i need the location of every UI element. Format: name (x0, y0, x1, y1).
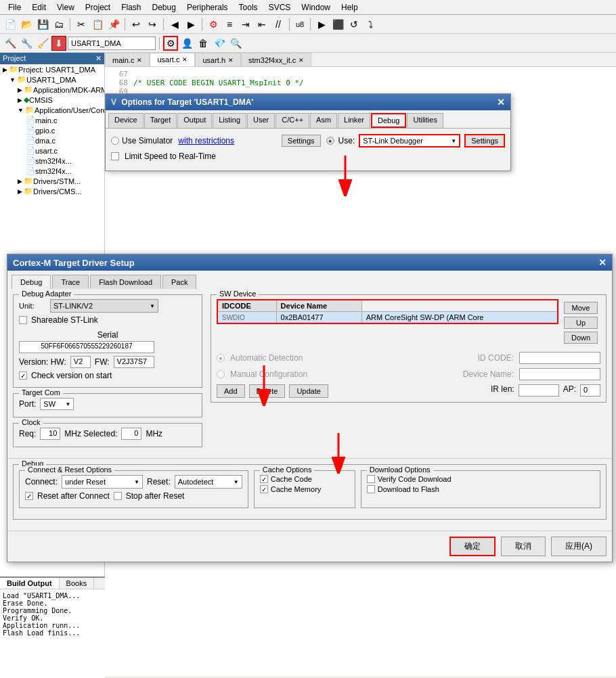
target-settings-btn[interactable]: ⚙ (206, 17, 221, 32)
cortex-tab-pack[interactable]: Pack (162, 275, 196, 289)
stop-after-checkbox[interactable] (114, 492, 122, 500)
unit-dropdown[interactable]: ST-LINK/V2 ▼ (50, 299, 158, 313)
cortex-tab-debug[interactable]: Debug (12, 275, 51, 289)
debug-start-btn[interactable]: ▶ (314, 17, 329, 32)
cortex-close-btn[interactable]: ✕ (598, 257, 607, 268)
ok-btn[interactable]: 确定 (449, 537, 496, 556)
download-btn[interactable]: ⬇ (51, 36, 66, 51)
cortex-tab-trace[interactable]: Trace (52, 275, 89, 289)
port-dropdown[interactable]: SW ▼ (40, 398, 74, 410)
menu-file[interactable]: File (3, 1, 26, 14)
sidebar-item-mdk[interactable]: ▶ 📁 Application/MDK-ARM (0, 85, 104, 95)
simulator-radio-label[interactable]: Use Simulator (111, 136, 173, 145)
copy-btn[interactable]: 📋 (90, 17, 105, 32)
tab-usartc-close[interactable]: ✕ (182, 56, 188, 63)
shareable-checkbox[interactable] (19, 316, 27, 324)
clean-btn[interactable]: 🧹 (35, 36, 50, 51)
align-btn[interactable]: ≡ (222, 17, 237, 32)
tab-mainc[interactable]: main.c ✕ (105, 53, 150, 66)
settings-left-btn[interactable]: Settings (282, 135, 321, 147)
new-file-btn[interactable]: 📄 (3, 17, 18, 32)
manual-config-radio[interactable] (217, 370, 225, 378)
device-name-input[interactable] (519, 368, 600, 380)
sidebar-item-stm32f4x1[interactable]: 📄 stm32f4x... (0, 156, 104, 166)
sidebar-close-icon[interactable]: ✕ (95, 54, 102, 63)
debugger-dropdown[interactable]: ST-Link Debugger ▼ (359, 134, 460, 148)
cache-memory-checkbox[interactable] (260, 485, 268, 493)
indent-btn[interactable]: ⇥ (238, 17, 253, 32)
redo-btn[interactable]: ↪ (145, 17, 160, 32)
menu-edit[interactable]: Edit (26, 1, 51, 14)
tab-usartc[interactable]: usart.c ✕ (150, 53, 195, 66)
cancel-btn[interactable]: 取消 (501, 537, 546, 556)
reset-dropdown[interactable]: Autodetect ▼ (175, 475, 242, 489)
settings-right-btn[interactable]: Settings (464, 134, 505, 148)
reset-btn[interactable]: ↺ (347, 17, 361, 32)
stop-btn[interactable]: ⬛ (330, 17, 345, 32)
menu-flash[interactable]: Flash (116, 1, 146, 14)
project-name-input[interactable] (68, 37, 156, 50)
sidebar-item-dmac[interactable]: 📄 dma.c (0, 135, 104, 145)
sw-table-row[interactable]: SWDIO 0x2BA01477 ARM CoreSight SW-DP (AR… (217, 312, 558, 324)
mem-btn[interactable]: 🔍 (228, 36, 243, 51)
comment-btn[interactable]: // (271, 17, 286, 32)
simulator-radio[interactable] (111, 137, 119, 145)
reset-after-checkbox[interactable] (25, 492, 33, 500)
cache-code-checkbox[interactable] (260, 475, 268, 483)
save-all-btn[interactable]: 🗂 (51, 17, 66, 32)
apply-btn[interactable]: 应用(A) (551, 537, 607, 556)
build-tab-books[interactable]: Books (60, 578, 95, 589)
sidebar-item-drivers-cms[interactable]: ▶ 📁 Drivers/CMS... (0, 186, 104, 196)
verify-code-checkbox[interactable] (367, 475, 375, 483)
delete-btn[interactable]: Delete (249, 384, 286, 398)
auto-detect-radio[interactable] (217, 354, 225, 362)
paste-btn[interactable]: 📌 (106, 17, 121, 32)
menu-tools[interactable]: Tools (234, 1, 263, 14)
connect-dropdown[interactable]: under Reset ▼ (62, 475, 143, 489)
undo-btn[interactable]: ↩ (129, 17, 144, 32)
menu-debug[interactable]: Debug (147, 1, 181, 14)
req-input[interactable]: 10 (40, 428, 60, 440)
chip-btn[interactable]: 💎 (212, 36, 227, 51)
options-tab-linker[interactable]: Linker (338, 113, 370, 128)
move-up-btn[interactable]: Up (564, 317, 598, 329)
load-btn[interactable]: 👤 (179, 36, 194, 51)
tab-mainc-close[interactable]: ✕ (137, 57, 142, 64)
options-tab-debug[interactable]: Debug (371, 113, 406, 128)
cut-btn[interactable]: ✂ (74, 17, 89, 32)
options-tab-target[interactable]: Target (144, 113, 177, 128)
options-tab-output[interactable]: Output (177, 113, 212, 128)
cortex-tab-flashdownload[interactable]: Flash Download (90, 275, 161, 289)
menu-help[interactable]: Help (336, 1, 364, 14)
serial-input[interactable]: 50FF6F066570555229260187 (19, 341, 154, 353)
rebuild-btn[interactable]: 🔧 (19, 36, 34, 51)
options-tab-cpp[interactable]: C/C++ (276, 113, 309, 128)
add-btn[interactable]: Add (217, 384, 245, 398)
config-btn[interactable]: ⚙ (163, 36, 178, 51)
sidebar-item-drivers-stm[interactable]: ▶ 📁 Drivers/STM... (0, 176, 104, 186)
limit-speed-checkbox[interactable] (111, 152, 119, 160)
back-btn[interactable]: ◀ (167, 17, 182, 32)
sidebar-item-appuser[interactable]: ▼ 📁 Application/User/Core (0, 105, 104, 115)
menu-peripherals[interactable]: Peripherals (181, 1, 234, 14)
menu-project[interactable]: Project (80, 1, 116, 14)
sidebar-item-stm32f4x2[interactable]: 📄 stm32f4x... (0, 166, 104, 176)
sidebar-item-usart1dma[interactable]: ▼ 📁 USART1_DMA (0, 74, 104, 85)
sidebar-item-cmsis[interactable]: ▶ ◆ CMSIS (0, 95, 104, 105)
download-flash-checkbox[interactable] (367, 485, 375, 493)
with-restrictions-link[interactable]: with restrictions (178, 136, 234, 145)
build-btn[interactable]: 🔨 (3, 36, 18, 51)
options-tab-user[interactable]: User (247, 113, 275, 128)
step-btn[interactable]: ⤵ (363, 17, 378, 32)
sidebar-item-project[interactable]: ▶ 📁 Project: USART1_DMA (0, 64, 104, 74)
sidebar-item-gpioc[interactable]: 📄 gpio.c (0, 125, 104, 135)
options-tab-asm[interactable]: Asm (310, 113, 337, 128)
tab-usarth-close[interactable]: ✕ (228, 57, 234, 64)
ap-input[interactable]: 0 (580, 384, 600, 397)
menu-window[interactable]: Window (296, 1, 336, 14)
update-btn[interactable]: Update (289, 384, 328, 398)
tab-usarth[interactable]: usart.h ✕ (195, 53, 241, 66)
id-code-input[interactable] (519, 352, 600, 364)
unindent-btn[interactable]: ⇤ (255, 17, 269, 32)
use-radio[interactable] (326, 137, 334, 145)
